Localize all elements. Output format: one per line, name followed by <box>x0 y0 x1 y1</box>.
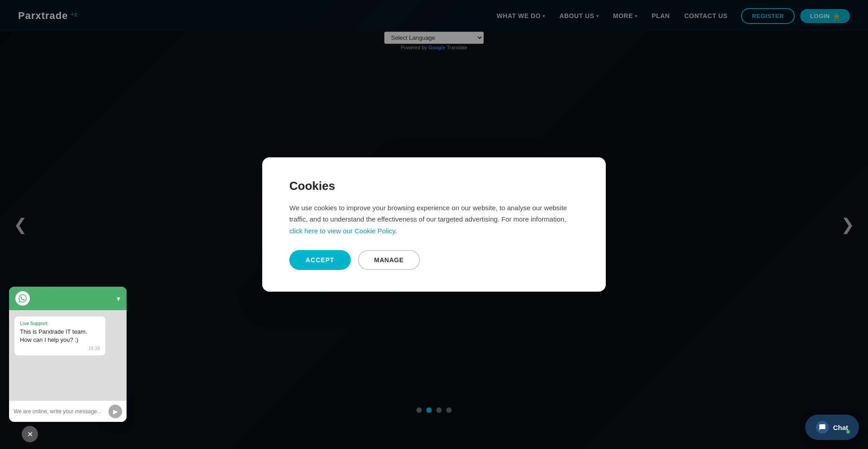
send-button[interactable]: ▶ <box>108 405 122 418</box>
whatsapp-header: ▾ <box>9 287 127 310</box>
cookie-modal: Cookies We use cookies to improve your b… <box>262 157 606 292</box>
chat-button[interactable]: Chat <box>805 415 859 440</box>
chat-time: 18:39 <box>20 346 100 351</box>
chat-bubble-icon <box>816 421 829 434</box>
widget-close-button[interactable]: ✕ <box>22 426 38 442</box>
online-indicator <box>846 430 850 434</box>
manage-button[interactable]: MANAGE <box>358 250 420 270</box>
chat-input[interactable] <box>14 408 105 415</box>
whatsapp-collapse-icon[interactable]: ▾ <box>117 294 120 303</box>
chat-body: Live Support This is Parxtrade IT team. … <box>9 310 127 401</box>
cookie-policy-link[interactable]: click here to view our Cookie Policy <box>289 227 395 235</box>
support-label: Live Support <box>20 321 100 326</box>
chat-label: Chat <box>833 424 848 431</box>
cookie-overlay: Cookies We use cookies to improve your b… <box>0 0 868 449</box>
close-icon: ✕ <box>27 430 33 439</box>
whatsapp-widget: ▾ Live Support This is Parxtrade IT team… <box>9 287 127 422</box>
whatsapp-icon <box>15 291 30 306</box>
chat-message: This is Parxtrade IT team. How can I hel… <box>20 328 100 344</box>
chat-input-area: ▶ <box>9 401 127 422</box>
send-icon: ▶ <box>113 408 118 415</box>
cookie-title: Cookies <box>289 179 579 193</box>
chat-bubble: Live Support This is Parxtrade IT team. … <box>14 317 105 355</box>
cookie-actions: ACCEPT MANAGE <box>289 250 579 270</box>
cookie-body: We use cookies to improve your browsing … <box>289 202 579 237</box>
accept-button[interactable]: ACCEPT <box>289 250 351 270</box>
